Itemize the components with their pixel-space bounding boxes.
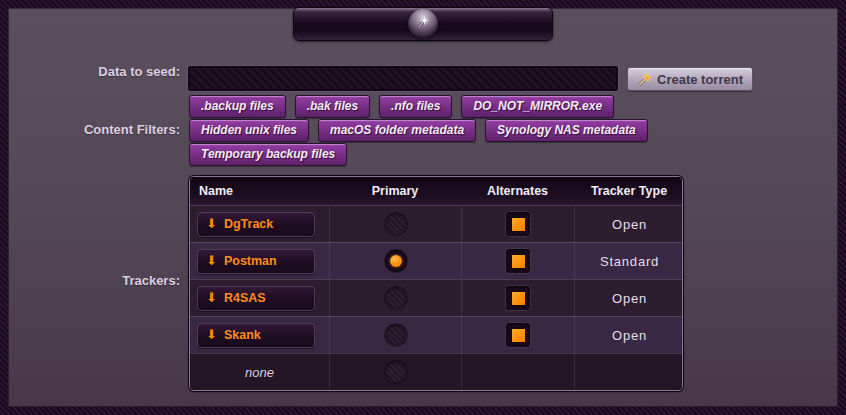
magic-wand-icon xyxy=(415,14,431,34)
alternates-checkbox[interactable] xyxy=(506,212,530,236)
data-to-seed-label: Data to seed: xyxy=(28,64,180,79)
tracker-type: Standard xyxy=(600,254,659,269)
column-header-alternates: Alternates xyxy=(461,177,574,205)
tracker-name: Postman xyxy=(224,254,277,268)
tracker-name: Skank xyxy=(224,328,261,342)
filter-chip-row-2: Hidden unix files macOS folder metadata … xyxy=(189,119,648,142)
tracker-row: ⬇ Skank Open xyxy=(190,316,682,353)
tracker-type: Open xyxy=(612,291,647,306)
filter-chip-row-1: .backup files .bak files .nfo files DO_N… xyxy=(189,95,614,118)
tracker-type: Open xyxy=(612,328,647,343)
filter-chip[interactable]: Temporary backup files xyxy=(189,143,347,166)
filter-chip[interactable]: .backup files xyxy=(189,95,286,118)
alternates-checkbox[interactable] xyxy=(506,323,530,347)
primary-radio[interactable] xyxy=(385,250,407,272)
download-arrow-icon: ⬇ xyxy=(206,254,217,267)
create-torrent-button[interactable]: Create torrent xyxy=(627,67,753,91)
trackers-label: Trackers: xyxy=(28,273,180,288)
primary-radio-none[interactable] xyxy=(385,361,407,383)
section-toggle-bar[interactable] xyxy=(293,7,553,41)
tracker-name: R4SAS xyxy=(224,291,266,305)
trackers-table-header: Name Primary Alternates Tracker Type xyxy=(190,177,682,205)
filter-chip[interactable]: Hidden unix files xyxy=(189,119,309,142)
download-arrow-icon: ⬇ xyxy=(206,328,217,341)
primary-radio[interactable] xyxy=(385,213,407,235)
tracker-row: ⬇ Postman Standard xyxy=(190,242,682,279)
column-header-primary: Primary xyxy=(329,177,461,205)
filter-chip[interactable]: Synology NAS metadata xyxy=(485,119,648,142)
filter-chip-row-3: Temporary backup files xyxy=(189,143,347,166)
primary-radio[interactable] xyxy=(385,324,407,346)
data-to-seed-input[interactable] xyxy=(188,66,618,91)
create-torrent-button-label: Create torrent xyxy=(657,72,743,87)
filter-chip[interactable]: macOS folder metadata xyxy=(318,119,476,142)
tracker-name: DgTrack xyxy=(224,217,273,231)
tracker-type: Open xyxy=(612,217,647,232)
tracker-link-postman[interactable]: ⬇ Postman xyxy=(197,249,315,274)
column-header-name: Name xyxy=(190,177,329,205)
content-filters-label: Content Filters: xyxy=(28,122,180,137)
tracker-none-label: none xyxy=(245,365,274,380)
magic-wand-icon xyxy=(637,72,652,87)
download-arrow-icon: ⬇ xyxy=(206,217,217,230)
magic-wand-sphere-button[interactable] xyxy=(408,9,438,39)
primary-radio[interactable] xyxy=(385,287,407,309)
alternates-checkbox[interactable] xyxy=(506,249,530,273)
tracker-link-r4sas[interactable]: ⬇ R4SAS xyxy=(197,286,315,311)
trackers-table: Name Primary Alternates Tracker Type ⬇ D… xyxy=(189,176,683,391)
filter-chip[interactable]: .nfo files xyxy=(379,95,452,118)
filter-chip[interactable]: .bak files xyxy=(295,95,370,118)
tracker-link-skank[interactable]: ⬇ Skank xyxy=(197,323,315,348)
column-header-tracker-type: Tracker Type xyxy=(574,177,683,205)
filter-chip[interactable]: DO_NOT_MIRROR.exe xyxy=(461,95,614,118)
download-arrow-icon: ⬇ xyxy=(206,291,217,304)
tracker-row: ⬇ DgTrack Open xyxy=(190,205,682,242)
tracker-row: ⬇ R4SAS Open xyxy=(190,279,682,316)
alternates-checkbox[interactable] xyxy=(506,286,530,310)
create-torrent-panel: Data to seed: Create torrent Content Fil… xyxy=(8,8,838,407)
tracker-link-dgtrack[interactable]: ⬇ DgTrack xyxy=(197,212,315,237)
tracker-row-none: none xyxy=(190,353,682,390)
